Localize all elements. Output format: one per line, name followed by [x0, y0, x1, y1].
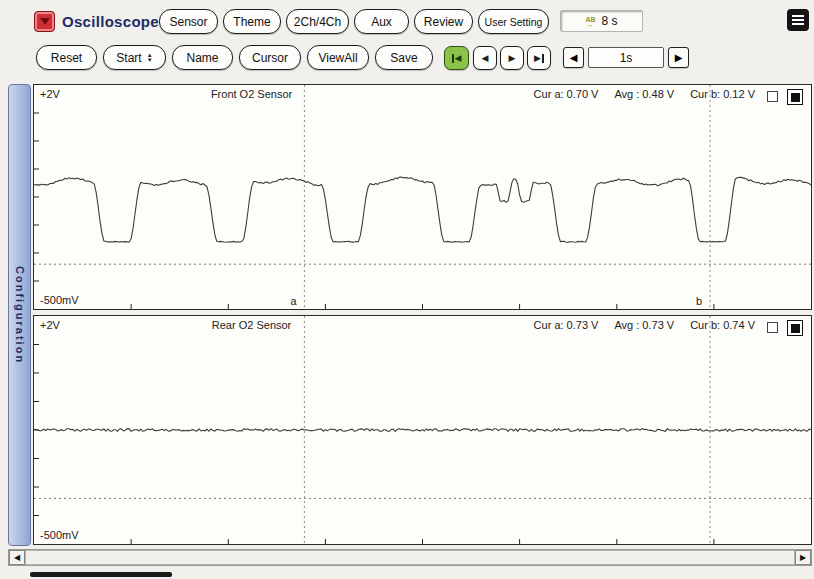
average-reading: Avg : 0.48 V: [614, 88, 674, 100]
user-setting-button[interactable]: User Setting: [478, 9, 549, 34]
back-triangle-icon: ◀: [482, 53, 489, 63]
cursor-button[interactable]: Cursor: [239, 45, 301, 70]
start-button[interactable]: Start ▲▼: [103, 45, 166, 70]
channel-1-title: Front O2 Sensor: [211, 88, 292, 100]
spinner-arrows-icon: ▲▼: [147, 53, 153, 63]
horizontal-scrollbar[interactable]: ◀ ▶: [8, 549, 812, 566]
cursor-a-label: a: [290, 295, 296, 307]
ab-time-display: AB ↔ 8 s: [560, 10, 643, 32]
configuration-tab-label: Configuration: [14, 266, 26, 364]
channel-2-title: Rear O2 Sensor: [212, 319, 291, 331]
cursor-b-label: b: [696, 295, 702, 307]
name-button[interactable]: Name: [172, 45, 233, 70]
channel-2-visibility-checkbox[interactable]: [767, 322, 778, 333]
down-arrow-icon: [40, 18, 50, 25]
channel-1-panel: +2V Front O2 Sensor Cur a: 0.70 V Avg : …: [33, 84, 812, 310]
reset-button[interactable]: Reset: [36, 45, 97, 70]
review-button[interactable]: Review: [414, 9, 473, 34]
theme-button[interactable]: Theme: [223, 9, 281, 34]
channel-1-visibility-checkbox[interactable]: [767, 91, 778, 102]
channel-2-active-indicator[interactable]: [787, 320, 803, 336]
skip-start-bar-icon: [452, 54, 454, 63]
channel-1-top-voltage-label: +2V: [40, 88, 60, 100]
step-back-button[interactable]: ◀: [473, 46, 497, 70]
skip-end-bar-icon: [542, 54, 544, 63]
channel-2-bottom-voltage-label: -500mV: [40, 529, 79, 541]
channel-1-waveform-plot: [34, 85, 811, 309]
ab-time-value: 8 s: [602, 14, 618, 28]
channel-1-active-indicator[interactable]: [787, 89, 803, 105]
channel-2-readings: Cur a: 0.73 V Avg : 0.73 V Cur b: 0.74 V: [534, 319, 755, 331]
app-menu-button[interactable]: [34, 11, 55, 32]
scroll-left-button[interactable]: ◀: [9, 550, 25, 565]
window-edge-bar: [30, 572, 172, 577]
timebase-increase-button[interactable]: ▶: [668, 47, 689, 68]
cursor-a-reading: Cur a: 0.70 V: [534, 88, 599, 100]
cursor-b-reading: Cur b: 0.74 V: [690, 319, 755, 331]
channel-2-panel: +2V Rear O2 Sensor Cur a: 0.73 V Avg : 0…: [33, 315, 812, 545]
skip-start-triangle-icon: ◀: [455, 53, 462, 63]
sensor-button[interactable]: Sensor: [159, 9, 218, 34]
viewall-button[interactable]: ViewAll: [307, 45, 369, 70]
timebase-decrease-button[interactable]: ◀: [563, 47, 584, 68]
start-label: Start: [116, 51, 141, 65]
hamburger-menu-icon[interactable]: [787, 9, 809, 31]
skip-to-start-button[interactable]: ◀: [444, 46, 469, 70]
channel-2-top-voltage-label: +2V: [40, 319, 60, 331]
forward-triangle-icon: ▶: [509, 53, 516, 63]
skip-to-end-button[interactable]: ▶: [527, 46, 551, 70]
cursor-ab-icon: AB ↔: [585, 16, 595, 27]
step-forward-button[interactable]: ▶: [500, 46, 524, 70]
skip-end-triangle-icon: ▶: [534, 53, 541, 63]
scroll-right-button[interactable]: ▶: [795, 550, 811, 565]
channel-2-waveform-plot: [34, 316, 811, 544]
aux-button[interactable]: Aux: [354, 9, 409, 34]
channel-1-readings: Cur a: 0.70 V Avg : 0.48 V Cur b: 0.12 V: [534, 88, 755, 100]
average-reading: Avg : 0.73 V: [614, 319, 674, 331]
app-title: Oscilloscope: [62, 13, 159, 30]
configuration-tab[interactable]: Configuration: [8, 84, 31, 546]
cursor-b-reading: Cur b: 0.12 V: [690, 88, 755, 100]
channel-mode-button[interactable]: 2Ch/4Ch: [286, 9, 349, 34]
cursor-a-reading: Cur a: 0.73 V: [534, 319, 599, 331]
timebase-display: 1s: [588, 47, 664, 68]
scrollbar-thumb[interactable]: [25, 550, 795, 565]
save-button[interactable]: Save: [375, 45, 433, 70]
channel-1-bottom-voltage-label: -500mV: [40, 294, 79, 306]
